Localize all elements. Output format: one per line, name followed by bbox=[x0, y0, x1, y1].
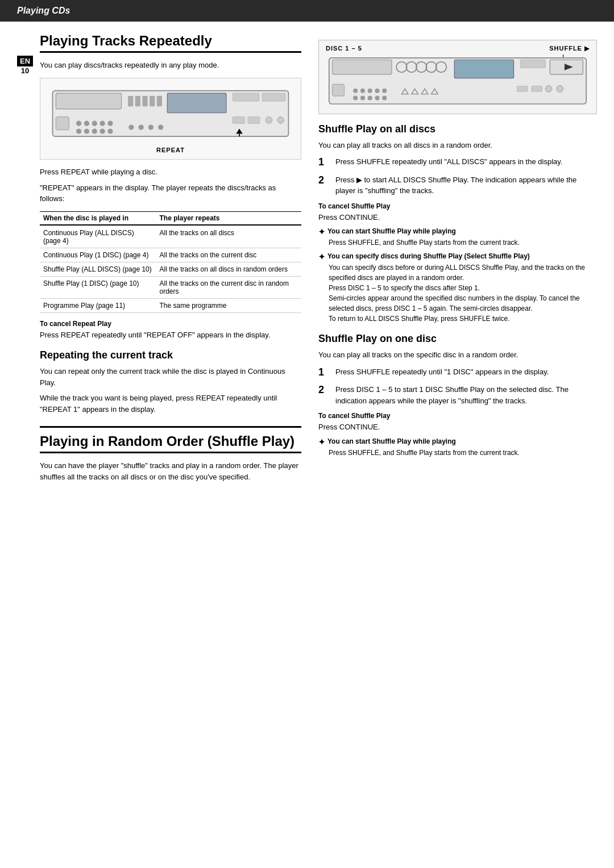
svg-point-15 bbox=[107, 120, 113, 126]
step-number: 2 bbox=[318, 174, 330, 187]
tip1-section: ✦ You can start Shuffle Play while playi… bbox=[318, 227, 597, 248]
svg-point-17 bbox=[84, 128, 89, 133]
step-number: 1 bbox=[318, 156, 330, 169]
device-diagram-repeat: REPEAT bbox=[40, 78, 301, 160]
repeat-table: When the disc is played in The player re… bbox=[40, 211, 301, 313]
repeat-label: REPEAT bbox=[46, 147, 295, 153]
svg-point-59 bbox=[545, 86, 552, 93]
shuffle-play-intro: You can have the player "shuffle" tracks… bbox=[40, 460, 301, 482]
svg-rect-57 bbox=[517, 86, 528, 91]
svg-point-16 bbox=[76, 128, 81, 133]
svg-point-51 bbox=[375, 95, 379, 100]
playing-tracks-intro: You can play discs/tracks repeatedly in … bbox=[40, 60, 301, 71]
page-indicator: EN 10 bbox=[17, 56, 33, 75]
svg-rect-10 bbox=[56, 116, 69, 130]
tip3-section: ✦ You can start Shuffle Play while playi… bbox=[318, 437, 597, 458]
table-cell-condition: Programme Play (page 11) bbox=[40, 298, 156, 312]
repeating-current-text: You can repeat only the current track wh… bbox=[40, 366, 301, 388]
shuffle-all-steps: 1Press SHUFFLE repeatedly until "ALL DIS… bbox=[318, 156, 597, 197]
tip1-header: You can start Shuffle Play while playing bbox=[327, 227, 456, 235]
shuffle-all-title: Shuffle Play on all discs bbox=[318, 123, 597, 135]
svg-point-19 bbox=[100, 128, 105, 133]
svg-point-18 bbox=[92, 128, 97, 133]
svg-point-44 bbox=[360, 89, 365, 93]
table-row: Continuous Play (1 DISC) (page 4)All the… bbox=[40, 248, 301, 262]
svg-point-14 bbox=[100, 120, 105, 126]
svg-point-47 bbox=[382, 89, 387, 93]
table-cell-condition: Shuffle Play (ALL DISCS) (page 10) bbox=[40, 262, 156, 276]
cancel-shuffle2-text: Press CONTINUE. bbox=[318, 422, 597, 433]
svg-point-27 bbox=[265, 116, 272, 123]
table-cell-result: All the tracks on all discs in random or… bbox=[156, 262, 301, 276]
svg-rect-3 bbox=[135, 95, 140, 106]
svg-rect-9 bbox=[262, 93, 285, 101]
cancel-shuffle-text: Press CONTINUE. bbox=[318, 212, 597, 223]
table-cell-condition: Continuous Play (1 DISC) (page 4) bbox=[40, 248, 156, 262]
cancel-shuffle2-label: To cancel Shuffle Play bbox=[318, 412, 597, 420]
section-divider bbox=[40, 426, 301, 428]
svg-rect-25 bbox=[233, 116, 244, 123]
svg-point-28 bbox=[277, 116, 284, 123]
playing-tracks-title: Playing Tracks Repeatedly bbox=[40, 33, 301, 53]
page-number: 10 bbox=[21, 66, 29, 75]
shuffle-all-intro: You can play all tracks on all discs in … bbox=[318, 140, 597, 151]
svg-point-12 bbox=[84, 120, 89, 126]
svg-point-48 bbox=[353, 95, 358, 100]
shuffle-label: SHUFFLE ▶ bbox=[549, 45, 590, 52]
cancel-shuffle-label: To cancel Shuffle Play bbox=[318, 202, 597, 210]
svg-point-43 bbox=[353, 89, 358, 93]
svg-rect-32 bbox=[333, 60, 392, 74]
tip3-icon: ✦ bbox=[318, 437, 325, 446]
header-title: Playing CDs bbox=[17, 6, 70, 15]
svg-point-60 bbox=[557, 86, 563, 93]
tip2-header: You can specify discs during Shuffle Pla… bbox=[327, 252, 530, 260]
step-item: 1Press SHUFFLE repeatedly until "1 DISC"… bbox=[318, 366, 597, 379]
svg-point-11 bbox=[76, 120, 81, 126]
svg-rect-58 bbox=[532, 86, 542, 91]
table-cell-condition: Continuous Play (ALL DISCS) (page 4) bbox=[40, 225, 156, 248]
table-col1: When the disc is played in bbox=[40, 211, 156, 225]
table-cell-result: The same programme bbox=[156, 298, 301, 312]
svg-rect-8 bbox=[233, 93, 259, 101]
tip1-icon: ✦ bbox=[318, 227, 325, 236]
tip1-body: Press SHUFFLE, and Shuffle Play starts f… bbox=[329, 237, 597, 248]
svg-rect-4 bbox=[142, 95, 147, 106]
shuffle-play-title: Playing in Random Order (Shuffle Play) bbox=[40, 433, 301, 453]
step-item: 2Press ▶ to start ALL DISCS Shuffle Play… bbox=[318, 174, 597, 197]
step-item: 2Press DISC 1 – 5 to start 1 DISC Shuffl… bbox=[318, 384, 597, 406]
table-cell-result: All the tracks on all discs bbox=[156, 225, 301, 248]
svg-point-50 bbox=[368, 95, 372, 100]
svg-rect-38 bbox=[454, 60, 513, 78]
step-item: 1Press SHUFFLE repeatedly until "ALL DIS… bbox=[318, 156, 597, 169]
step-text: Press ▶ to start ALL DISCS Shuffle Play.… bbox=[335, 174, 597, 197]
tip2-body: You can specify discs before or during A… bbox=[329, 262, 597, 324]
svg-point-20 bbox=[107, 128, 113, 133]
shuffle-one-title: Shuffle Play on one disc bbox=[318, 333, 597, 345]
table-cell-condition: Shuffle Play (1 DISC) (page 10) bbox=[40, 276, 156, 298]
tip2-section: ✦ You can specify discs during Shuffle P… bbox=[318, 252, 597, 324]
svg-point-52 bbox=[382, 95, 387, 100]
svg-rect-6 bbox=[157, 95, 162, 106]
svg-rect-2 bbox=[128, 95, 133, 106]
svg-point-23 bbox=[148, 124, 154, 130]
svg-point-21 bbox=[128, 124, 134, 130]
repeat-appears-text: "REPEAT" appears in the display. The pla… bbox=[40, 182, 301, 205]
step-text: Press SHUFFLE repeatedly until "1 DISC" … bbox=[335, 366, 549, 378]
table-row: Shuffle Play (ALL DISCS) (page 10)All th… bbox=[40, 262, 301, 276]
step-text: Press SHUFFLE repeatedly until "ALL DISC… bbox=[335, 156, 562, 168]
svg-rect-1 bbox=[56, 93, 121, 109]
header-bar: Playing CDs bbox=[0, 0, 614, 22]
svg-point-45 bbox=[368, 89, 372, 93]
tip3-body: Press SHUFFLE, and Shuffle Play starts f… bbox=[329, 448, 597, 458]
table-cell-result: All the tracks on the current disc in ra… bbox=[156, 276, 301, 298]
press-repeat-text: Press REPEAT while playing a disc. bbox=[40, 166, 301, 178]
disc-diagram: DISC 1 – 5 SHUFFLE ▶ bbox=[318, 40, 597, 114]
svg-rect-42 bbox=[333, 84, 345, 96]
repeating-current-detail: While the track you want is being played… bbox=[40, 393, 301, 415]
svg-point-49 bbox=[360, 95, 365, 100]
svg-point-13 bbox=[92, 120, 97, 126]
shuffle-one-steps: 1Press SHUFFLE repeatedly until "1 DISC"… bbox=[318, 366, 597, 407]
table-row: Continuous Play (ALL DISCS) (page 4)All … bbox=[40, 225, 301, 248]
tip2-icon: ✦ bbox=[318, 252, 325, 261]
svg-rect-26 bbox=[248, 116, 260, 123]
